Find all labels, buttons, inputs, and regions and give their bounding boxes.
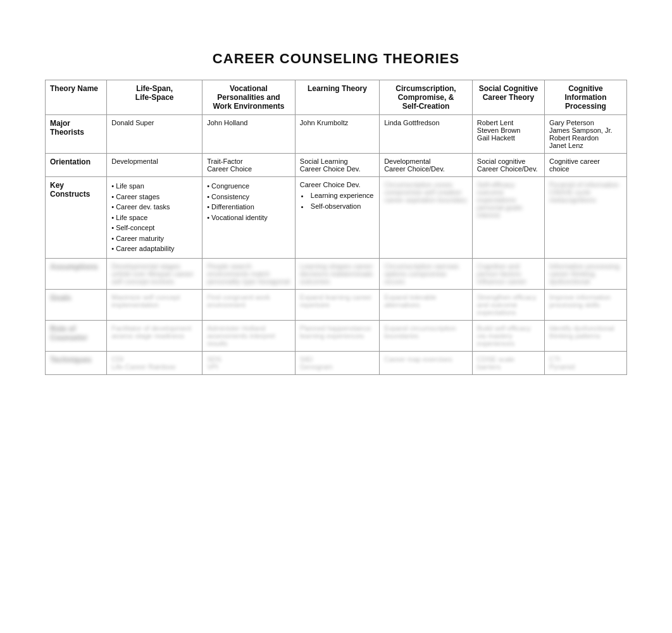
- cell-b2c4: Expand tolerable alternatives: [380, 289, 473, 320]
- col-header-circumscription: Circumscription,Compromise, &Self-Creati…: [380, 80, 473, 115]
- table-row: Assumptions Developmental stages unfold …: [46, 258, 627, 289]
- table-row: KeyConstructs Life span Career stages Ca…: [46, 177, 627, 259]
- cell-cognitive-theorists: Gary PetersonJames Sampson, Jr.Robert Re…: [544, 115, 626, 154]
- cell-b4c6: CTIPyramid: [544, 351, 626, 374]
- col-header-social-cognitive: Social CognitiveCareer Theory: [472, 80, 544, 115]
- cell-learning-orientation: Social LearningCareer Choice Dev.: [295, 154, 379, 177]
- cell-b1c3: Learning shapes career decisions indeter…: [295, 258, 379, 289]
- col-header-learning: Learning Theory: [295, 80, 379, 115]
- cell-lifespan-constructs: Life span Career stages Career dev. task…: [107, 177, 202, 259]
- table-row: Role of Counselor Facilitator of develop…: [46, 320, 627, 351]
- cell-social-cognitive-constructs: Self-efficacy outcome expectations perso…: [472, 177, 544, 259]
- col-header-vocational: VocationalPersonalities andWork Environm…: [202, 80, 296, 115]
- table-row: Orientation Developmental Trait-FactorCa…: [46, 154, 627, 177]
- cell-b4c2: SDSVPI: [202, 351, 296, 374]
- table-row: Goals Maximize self concept implementati…: [46, 289, 627, 320]
- cell-b2c6: Improve information processing skills: [544, 289, 626, 320]
- cell-b2c1: Maximize self concept implementation: [107, 289, 202, 320]
- cell-b4c4: Career map exercises: [380, 351, 473, 374]
- table-wrapper: Theory Name Life-Span,Life-Space Vocatio…: [45, 80, 627, 375]
- cell-b1c4: Circumscription narrows options compromi…: [380, 258, 473, 289]
- cell-circumscription-theorists: Linda Gottfredson: [380, 115, 473, 154]
- cell-b4c3: SIEIGenogram: [295, 351, 379, 374]
- cell-social-cognitive-orientation: Social cognitiveCareer Choice/Dev.: [472, 154, 544, 177]
- cell-b4c1: CDILife-Career Rainbow: [107, 351, 202, 374]
- cell-b2c2: Find congruent work environment: [202, 289, 296, 320]
- cell-vocational-constructs: Congruence Consistency Differentiation V…: [202, 177, 296, 259]
- table-row: Techniques CDILife-Career Rainbow SDSVPI…: [46, 351, 627, 374]
- cell-b2c3: Expand learning career repertoire: [295, 289, 379, 320]
- col-header-lifespan: Life-Span,Life-Space: [107, 80, 202, 115]
- cell-b1c1: Developmental stages unfold over lifespa…: [107, 258, 202, 289]
- cell-cognitive-constructs: Pyramid of information CASVE cycle metac…: [544, 177, 626, 259]
- row-label-theorists: MajorTheorists: [46, 115, 107, 154]
- cell-b3c5: Build self efficacy via mastery experien…: [472, 320, 544, 351]
- table-row: MajorTheorists Donald Super John Holland…: [46, 115, 627, 154]
- cell-lifespan-orientation: Developmental: [107, 154, 202, 177]
- cell-b1c6: Information processing career thinking d…: [544, 258, 626, 289]
- cell-vocational-orientation: Trait-FactorCareer Choice: [202, 154, 296, 177]
- cell-learning-theorists: John Krumboltz: [295, 115, 379, 154]
- cell-b4c5: CDSE scale barriers: [472, 351, 544, 374]
- cell-circumscription-orientation: DevelopmentalCareer Choice/Dev.: [380, 154, 473, 177]
- cell-b3c6: Identify dysfunctional thinking patterns: [544, 320, 626, 351]
- main-table: Theory Name Life-Span,Life-Space Vocatio…: [45, 80, 627, 375]
- cell-b2c5: Strengthen efficacy and outcome expectat…: [472, 289, 544, 320]
- page-title: CAREER COUNSELING THEORIES: [213, 51, 459, 67]
- row-label-blurred2: Goals: [46, 289, 107, 320]
- row-label-blurred4: Techniques: [46, 351, 107, 374]
- cell-learning-constructs: Career Choice Dev. Learning experience S…: [295, 177, 379, 259]
- cell-b1c5: Cognitive and person factors influence c…: [472, 258, 544, 289]
- cell-circumscription-constructs: Circumscription zones compromise self cr…: [380, 177, 473, 259]
- cell-b1c2: People search environments match persona…: [202, 258, 296, 289]
- cell-b3c4: Expand circumscription boundaries: [380, 320, 473, 351]
- cell-b3c3: Planned happenstance learning experience…: [295, 320, 379, 351]
- cell-vocational-theorists: John Holland: [202, 115, 296, 154]
- cell-b3c2: Administer Holland assessments interpret…: [202, 320, 296, 351]
- table-header-row: Theory Name Life-Span,Life-Space Vocatio…: [46, 80, 627, 115]
- cell-lifespan-theorists: Donald Super: [107, 115, 202, 154]
- cell-cognitive-orientation: Cognitive careerchoice: [544, 154, 626, 177]
- row-label-constructs: KeyConstructs: [46, 177, 107, 259]
- cell-b3c1: Facilitator of development assess stage …: [107, 320, 202, 351]
- col-header-cognitive: CognitiveInformationProcessing: [544, 80, 626, 115]
- row-label-orientation: Orientation: [46, 154, 107, 177]
- row-label-blurred1: Assumptions: [46, 258, 107, 289]
- col-header-theory: Theory Name: [46, 80, 107, 115]
- row-label-blurred3: Role of Counselor: [46, 320, 107, 351]
- cell-social-cognitive-theorists: Robert LentSteven BrownGail Hackett: [472, 115, 544, 154]
